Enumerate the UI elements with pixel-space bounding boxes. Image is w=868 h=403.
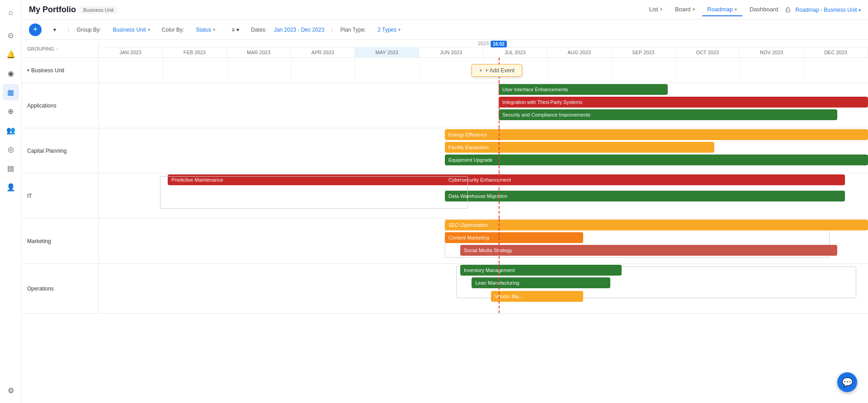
grid-line-aug xyxy=(612,58,612,83)
sidebar-grid-icon[interactable]: ▤ xyxy=(3,160,19,176)
month-apr: APR 2023 xyxy=(291,47,355,57)
nav-dashboard[interactable]: Dashboard xyxy=(744,3,784,16)
color-by-arrow: ▾ xyxy=(213,27,215,32)
nav-board[interactable]: Board ▾ xyxy=(670,3,700,16)
month-may: MAY 2023 xyxy=(355,47,419,57)
roadmap-business-unit-label: Roadmap - Business Unit ▾ xyxy=(796,7,861,13)
capital-label: Capital Planning xyxy=(22,128,99,173)
sidebar-chart-icon[interactable]: ▦ xyxy=(3,84,19,100)
top-navigation: My Portfolio Business Unit List ▾ Board … xyxy=(22,0,868,20)
month-dec: DEC 2023 xyxy=(804,47,868,57)
app-title-area: My Portfolio Business Unit xyxy=(29,5,117,14)
top-nav-right: List ▾ Board ▾ Roadmap ▾ Dashboard ⎙ Roa… xyxy=(644,3,861,16)
bar-inventory[interactable]: Inventory Management xyxy=(460,265,622,276)
portfolio-title: My Portfolio xyxy=(29,5,76,14)
bar-integration[interactable]: Integration with Third-Party Systems xyxy=(499,97,868,108)
filter-button[interactable]: ≡ ▾ xyxy=(227,24,244,35)
month-nov: NOV 2023 xyxy=(740,47,804,57)
business-unit-badge: Business Unit xyxy=(80,6,117,14)
sidebar-person-icon[interactable]: 👤 xyxy=(3,179,19,195)
grid-line-jul xyxy=(547,58,548,83)
plan-type-dropdown[interactable]: 2 Types ▾ xyxy=(373,24,405,35)
bu-chevron[interactable]: ▾ xyxy=(27,68,29,73)
nav-roadmap[interactable]: Roadmap ▾ xyxy=(702,3,742,16)
toolbar: + ▾ | Group By: Business Unit ▾ Color By… xyxy=(22,20,868,40)
bar-seo[interactable]: SEO Optimization xyxy=(445,220,868,230)
chat-icon: 💬 xyxy=(842,377,853,388)
applications-label: Applications xyxy=(22,83,99,128)
group-by-label: Group By: xyxy=(76,27,101,33)
sidebar-notifications-icon[interactable]: 🔔 xyxy=(3,46,19,62)
roadmap-dropdown-arrow: ▾ xyxy=(735,7,737,12)
year-row: 2023 xyxy=(99,40,868,47)
group-by-dropdown[interactable]: Business Unit ▾ xyxy=(108,24,154,35)
marketing-label: Marketing xyxy=(22,219,99,263)
gantt-header: GROUPING ↑ 2023 JAN 2023 FEB 2023 MAR 20… xyxy=(22,40,868,58)
sep1: | xyxy=(68,26,69,33)
sidebar-settings-icon[interactable]: ⚙ xyxy=(3,382,19,398)
month-oct: OCT 2023 xyxy=(675,47,740,57)
sidebar-team-icon[interactable]: 👥 xyxy=(3,122,19,138)
sidebar: ⌂ ⊙ 🔔 ◉ ▦ ⊕ 👥 ◎ ▤ 👤 ⚙ xyxy=(0,0,22,403)
applications-timeline: User Interface Enhancements Integration … xyxy=(99,83,868,128)
month-feb: FEB 2023 xyxy=(163,47,227,57)
bar-lean[interactable]: Lean Manufacturing xyxy=(472,277,610,288)
bar-security[interactable]: Security and Compliance Improvements xyxy=(499,109,837,120)
it-label: IT xyxy=(22,173,99,218)
sort-icon: ↑ xyxy=(56,46,59,52)
gantt-chart: GROUPING ↑ 2023 JAN 2023 FEB 2023 MAR 20… xyxy=(22,40,868,403)
sidebar-globe-icon[interactable]: ⊕ xyxy=(3,103,19,119)
top-nav-left: My Portfolio Business Unit xyxy=(29,5,117,14)
bar-content[interactable]: Content Marketing xyxy=(445,232,583,243)
bu-timeline: + + Add Event xyxy=(99,58,868,83)
applications-group-row: Applications User Interface Enhancements… xyxy=(22,83,868,128)
color-by-dropdown[interactable]: Status ▾ xyxy=(191,24,220,35)
bar-vendor[interactable]: Vendor Ma... xyxy=(491,291,583,302)
group-by-arrow: ▾ xyxy=(148,27,150,32)
month-mar: MAR 2023 xyxy=(227,47,291,57)
bar-predictive[interactable]: Predictive Maintenance xyxy=(168,174,460,185)
print-icon[interactable]: ⎙ xyxy=(786,6,790,14)
chat-button[interactable]: 💬 xyxy=(837,372,857,392)
sidebar-target-icon[interactable]: ◎ xyxy=(3,141,19,157)
bar-energy[interactable]: Energy Efficiency xyxy=(445,129,868,140)
grid-line-oct xyxy=(740,58,740,83)
grouping-header: GROUPING ↑ xyxy=(22,40,99,57)
bar-datawarehouse[interactable]: Data Warehouse Migration xyxy=(445,191,845,202)
board-dropdown-arrow: ▾ xyxy=(693,7,695,12)
marketing-group-row: Marketing SEO Optimization Content Marke… xyxy=(22,219,868,264)
grid-line-apr xyxy=(355,58,355,83)
color-by-label: Color By: xyxy=(162,27,184,33)
bar-facility[interactable]: Facility Expansion xyxy=(445,142,714,153)
month-jan: JAN 2023 xyxy=(99,47,163,57)
bar-equipment[interactable]: Equipment Upgrade xyxy=(445,155,868,165)
bar-cybersecurity[interactable]: Cybersecurity Enhancement xyxy=(445,174,845,185)
bu-label: ▾ Business Unit xyxy=(22,58,99,83)
operations-timeline: Inventory Management Lean Manufacturing … xyxy=(99,264,868,313)
sidebar-home-icon[interactable]: ⌂ xyxy=(3,5,19,21)
add-dropdown[interactable]: ▾ xyxy=(49,24,61,35)
bar-ui-enhancements[interactable]: User Interface Enhancements xyxy=(499,84,668,95)
list-dropdown-arrow: ▾ xyxy=(660,7,662,12)
add-event-popup[interactable]: + + Add Event xyxy=(472,64,522,77)
sidebar-location-icon[interactable]: ◉ xyxy=(3,65,19,81)
grid-line-sep xyxy=(676,58,676,83)
marketing-timeline: SEO Optimization Content Marketing Socia… xyxy=(99,219,868,263)
grouping-label: GROUPING ↑ xyxy=(27,46,58,52)
bar-social[interactable]: Social Media Strategy xyxy=(460,245,837,256)
today-line-app xyxy=(499,83,500,128)
it-group-row: IT Predictive Maintenance Cybersecurity … xyxy=(22,173,868,219)
nav-list[interactable]: List ▾ xyxy=(644,3,668,16)
grid-line-mar xyxy=(291,58,292,83)
months-row: JAN 2023 FEB 2023 MAR 2023 APR 2023 MAY … xyxy=(99,47,868,57)
sidebar-search-icon[interactable]: ⊙ xyxy=(3,27,19,43)
today-badge: 16:02 xyxy=(491,41,507,47)
bu-group-row: ▾ Business Unit + + Add Event xyxy=(22,58,868,83)
today-line-cap xyxy=(499,128,500,173)
grid-line-jan xyxy=(163,58,163,83)
month-jun: JUN 2023 xyxy=(419,47,483,57)
capital-timeline: Energy Efficiency Facility Expansion Equ… xyxy=(99,128,868,173)
capital-group-row: Capital Planning Energy Efficiency Facil… xyxy=(22,128,868,173)
dates-label: Dates: xyxy=(251,27,267,33)
add-button[interactable]: + xyxy=(29,23,42,36)
